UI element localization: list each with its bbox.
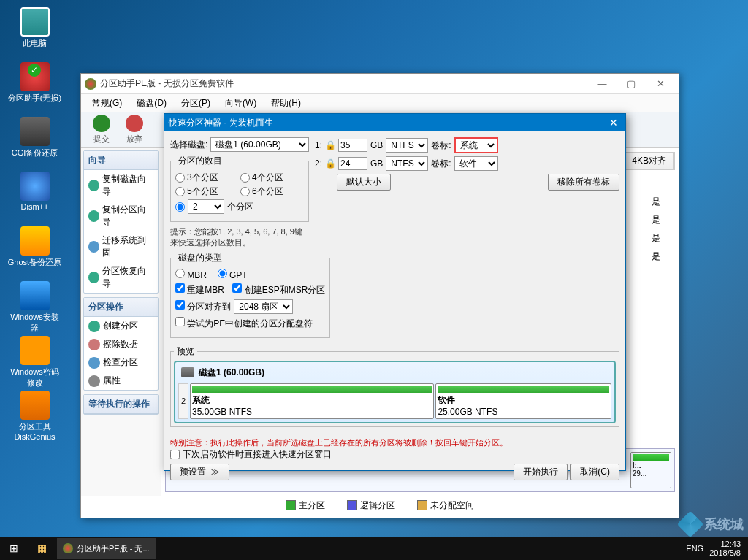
sidebar-item[interactable]: 复制分区向导 [84, 201, 158, 231]
gpt-radio[interactable] [218, 269, 227, 278]
count-radio[interactable] [175, 187, 185, 196]
tray-time[interactable]: 12:43 [709, 540, 741, 548]
desktop-icon[interactable]: Dism++ [7, 172, 62, 223]
desktop-icon-glyph [20, 226, 50, 256]
type-legend: 磁盘的类型 [175, 252, 225, 264]
dialog-title: 快速分区神器 - 为装机而生 [169, 117, 606, 129]
partition-segment[interactable]: I:.. 29... [630, 452, 671, 488]
lock-icon[interactable]: 🔒 [325, 158, 335, 169]
preview-seg-info: 25.00GB NTFS [438, 407, 609, 417]
default-size-button[interactable]: 默认大小 [337, 174, 391, 191]
size-input[interactable] [338, 139, 367, 152]
sidebar-item-label: 复制磁盘向导 [102, 173, 153, 198]
try-pe-check[interactable] [175, 317, 185, 326]
preview-disk-title: 磁盘1 (60.00GB) [199, 367, 264, 379]
count-custom-select[interactable]: 2 [188, 199, 224, 214]
watermark: 系统城 [681, 515, 744, 534]
vol-select[interactable]: 软件 [454, 156, 498, 171]
start-button[interactable]: ⊞ [0, 537, 28, 560]
sidebar-item[interactable]: 擦除数据 [84, 335, 158, 353]
count-radio[interactable] [240, 173, 250, 183]
dialog-close-button[interactable]: ✕ [606, 117, 621, 129]
select-disk-dropdown[interactable]: 磁盘1 (60.00GB) [210, 137, 309, 152]
sidebar-group: 分区操作创建分区擦除数据检查分区属性 [83, 297, 159, 391]
sidebar-item-icon [88, 321, 100, 332]
preview-segment[interactable]: 系统35.00GB NTFS [190, 383, 434, 419]
desktop-icon-label: 此电脑 [7, 38, 62, 49]
count-radio[interactable] [240, 187, 250, 196]
part-size: 29... [633, 469, 669, 477]
partition-index: 1: [315, 140, 322, 150]
close-button[interactable]: ✕ [646, 74, 675, 94]
sidebar-item-label: 擦除数据 [103, 338, 138, 350]
desktop-icon[interactable]: Windows安装器 [7, 281, 62, 332]
desktop-icon-label: 分区助手(无损) [7, 93, 62, 104]
sidebar-item-icon [88, 375, 100, 387]
menubar: 常规(G)磁盘(D)分区(P)向导(W)帮助(H) [81, 94, 679, 112]
col-4kb[interactable]: 4KB对齐 [625, 153, 674, 169]
esp-msr-check[interactable] [232, 283, 242, 293]
fs-select[interactable]: NTFS [386, 138, 428, 153]
count-radio[interactable] [175, 173, 185, 183]
desktop-icon[interactable]: Ghost备份还原 [7, 226, 62, 277]
sidebar-item-label: 复制分区向导 [102, 204, 153, 229]
watermark-icon [677, 511, 704, 538]
disk-type-group: 磁盘的类型 MBR GPT 重建MBR 创建ESP和MSR分区 分区对齐到 2 [170, 252, 330, 338]
minimize-button[interactable]: — [587, 74, 617, 94]
sidebar-item[interactable]: 分区恢复向导 [84, 262, 158, 293]
app-icon [85, 78, 96, 90]
unit-label: GB [370, 158, 383, 169]
sidebar-item-icon [88, 357, 100, 369]
menu-item[interactable]: 帮助(H) [264, 97, 308, 110]
cell-align: 是 [638, 193, 673, 210]
part-label: I:.. [633, 461, 669, 469]
size-input[interactable] [338, 157, 367, 170]
count-custom-radio[interactable] [175, 202, 185, 212]
desktop-icon[interactable]: CGI备份还原 [7, 117, 62, 168]
preview-segment[interactable]: 软件25.00GB NTFS [435, 383, 611, 419]
sidebar-item-label: 分区恢复向导 [102, 265, 153, 290]
menu-item[interactable]: 常规(G) [85, 97, 129, 110]
tray-lang[interactable]: ENG [686, 544, 703, 553]
select-disk-label: 选择磁盘: [170, 139, 207, 151]
toolbar-button[interactable]: 提交 [85, 115, 118, 145]
align-check[interactable] [175, 300, 185, 310]
sidebar-item[interactable]: 创建分区 [84, 317, 158, 335]
align-select[interactable]: 2048 扇区 [234, 299, 293, 314]
cancel-button[interactable]: 取消(C) [570, 464, 619, 480]
unit-label: GB [370, 140, 383, 150]
preview-legend: 预览 [174, 345, 197, 358]
next-launch-check[interactable] [170, 450, 180, 459]
fs-select[interactable]: NTFS [386, 156, 428, 171]
desktop-icon[interactable]: Windows密码修改 [7, 336, 62, 387]
cell-align: 是 [638, 230, 673, 247]
vol-select[interactable]: 系统 [454, 137, 498, 153]
taskbar-item[interactable]: 分区助手PE版 - 无... [57, 538, 156, 559]
mbr-radio[interactable] [175, 269, 185, 278]
sidebar-item-label: 创建分区 [103, 320, 138, 332]
toolbar-button[interactable]: 放弃 [118, 115, 150, 145]
cell-align: 是 [638, 248, 673, 265]
desktop-icon-label: Windows密码修改 [7, 367, 62, 388]
desktop-icon[interactable]: 此电脑 [7, 7, 62, 58]
start-button[interactable]: 开始执行 [514, 464, 568, 480]
rebuild-mbr-check[interactable] [175, 283, 185, 293]
system-tray: ENG 12:43 2018/5/8 [679, 540, 748, 557]
taskbar-explorer-icon[interactable]: ▦ [28, 537, 56, 560]
tray-date[interactable]: 2018/5/8 [709, 548, 741, 557]
desktop-icon[interactable]: 分区助手(无损) [7, 62, 62, 113]
remove-labels-button[interactable]: 移除所有卷标 [548, 174, 619, 191]
partition-row: 1: 🔒 GB NTFS 卷标: 系统 [315, 137, 619, 153]
sidebar-item[interactable]: 检查分区 [84, 353, 158, 372]
lock-icon[interactable]: 🔒 [325, 140, 335, 150]
sidebar-item[interactable]: 属性 [84, 372, 158, 390]
sidebar-item[interactable]: 迁移系统到固 [84, 231, 158, 262]
menu-item[interactable]: 磁盘(D) [129, 97, 174, 110]
preset-button[interactable]: 预设置 ≫ [170, 464, 229, 480]
sidebar-item[interactable]: 复制磁盘向导 [84, 170, 158, 201]
desktop-icon-glyph [20, 391, 50, 420]
menu-item[interactable]: 向导(W) [218, 97, 264, 110]
desktop-icon[interactable]: 分区工具DiskGenius [7, 391, 62, 442]
menu-item[interactable]: 分区(P) [174, 97, 218, 110]
maximize-button[interactable]: ▢ [617, 74, 646, 94]
